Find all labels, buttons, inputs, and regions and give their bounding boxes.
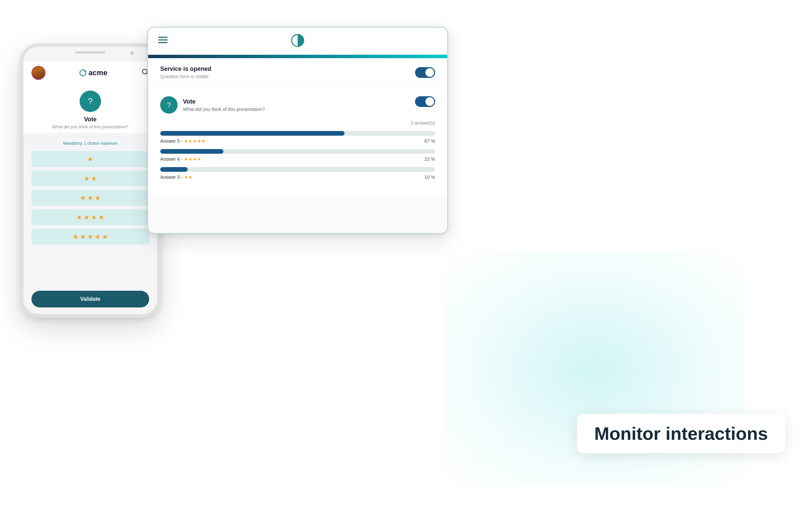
star-3: ★ xyxy=(91,213,97,221)
bar-percent-2: 23 % xyxy=(424,156,435,162)
bar-label-row-2: Answer 4 - ★★★★ 23 % xyxy=(160,156,435,162)
star-4: ★ xyxy=(98,213,104,221)
bar-fill-1 xyxy=(160,131,344,136)
star-row-3[interactable]: ★ ★ ★ xyxy=(31,190,149,206)
star-1: ★ xyxy=(87,155,93,163)
svg-rect-5 xyxy=(158,42,168,43)
service-info: Service is opened Question form is visib… xyxy=(160,66,211,79)
bar-track-2 xyxy=(160,149,435,154)
hamburger-menu-icon[interactable] xyxy=(158,37,168,46)
avatar-image xyxy=(32,67,45,79)
vote-toggle[interactable] xyxy=(415,96,435,107)
vote-icon-circle: ? xyxy=(80,90,101,112)
star-3: ★ xyxy=(95,194,101,202)
star-1: ★ xyxy=(83,175,90,182)
bar-label-row-1: Answer 5 - ★★★★★ 67 % xyxy=(160,138,435,144)
phone-device: acme ? Vote What did you think of this p… xyxy=(20,44,161,317)
star-2: ★ xyxy=(91,175,97,182)
star-row-1[interactable]: ★ xyxy=(31,151,149,167)
bar-fill-2 xyxy=(160,149,223,154)
vote-question-icon: ? xyxy=(88,97,93,106)
svg-rect-4 xyxy=(158,40,168,41)
star-row-4[interactable]: ★ ★ ★ ★ xyxy=(31,209,149,225)
phone-divider xyxy=(23,137,157,137)
phone-vote-title: Vote xyxy=(84,116,97,123)
answer-bar-5stars: Answer 5 - ★★★★★ 67 % xyxy=(160,131,435,144)
tablet-content: Service is opened Question form is visib… xyxy=(148,58,447,233)
bar-answer-label-1: Answer 5 - ★★★★★ xyxy=(160,138,206,144)
phone-content: acme ? Vote What did you think of this p… xyxy=(23,47,157,314)
tablet-gradient-bar xyxy=(148,55,447,58)
answers-count: 3 answer(s) xyxy=(160,120,435,126)
vote-card-left: ? Vote What did you think of this presen… xyxy=(160,96,265,114)
phone-body: acme ? Vote What did you think of this p… xyxy=(20,44,161,317)
star-2: ★ xyxy=(80,233,86,241)
star-1: ★ xyxy=(76,213,82,221)
svg-rect-3 xyxy=(158,37,168,38)
bar-percent-1: 67 % xyxy=(424,138,435,144)
star-1: ★ xyxy=(73,233,79,241)
star-1: ★ xyxy=(80,194,86,202)
tablet-device: Service is opened Question form is visib… xyxy=(147,27,448,234)
star-3: ★ xyxy=(87,233,93,241)
bar-answer-label-2: Answer 4 - ★★★★ xyxy=(160,156,201,162)
phone-mandatory-text: Mandatory, 1 choice maximum xyxy=(23,141,157,146)
bar-fill-3 xyxy=(160,167,188,172)
tablet-logo xyxy=(290,33,305,49)
answer-bar-4stars: Answer 4 - ★★★★ 23 % xyxy=(160,149,435,162)
service-opened-row: Service is opened Question form is visib… xyxy=(148,58,447,87)
vote-card: ? Vote What did you think of this presen… xyxy=(148,87,447,194)
validate-button[interactable]: Validate xyxy=(31,291,149,308)
phone-star-rows: ★ ★ ★ ★ ★ ★ ★ ★ ★ ★ ★ xyxy=(23,151,157,284)
vote-card-icon: ? xyxy=(160,96,178,114)
bar-label-row-3: Answer 3 - ★★ 10 % xyxy=(160,175,435,180)
monitor-interactions-label: Monitor interactions xyxy=(594,423,768,444)
bar-percent-3: 10 % xyxy=(424,175,435,180)
vote-question-mark: ? xyxy=(167,101,171,109)
phone-logo: acme xyxy=(79,69,107,77)
bar-answer-label-3: Answer 3 - ★★ xyxy=(160,175,193,180)
acme-logo-icon xyxy=(79,69,87,77)
service-label: Service is opened xyxy=(160,66,211,73)
vote-card-header: ? Vote What did you think of this presen… xyxy=(160,96,435,114)
phone-notch xyxy=(75,51,105,53)
answer-bar-3stars: Answer 3 - ★★ 10 % xyxy=(160,167,435,180)
service-toggle[interactable] xyxy=(415,67,435,78)
monitor-interactions-box: Monitor interactions xyxy=(577,414,785,453)
star-4: ★ xyxy=(95,233,101,241)
tablet-logo-icon xyxy=(290,33,305,48)
tablet-topbar xyxy=(148,28,447,55)
vote-card-text: Vote What did you think of this presenta… xyxy=(183,98,265,112)
vote-card-title: Vote xyxy=(183,98,265,105)
phone-logo-text: acme xyxy=(89,69,107,77)
star-2: ★ xyxy=(83,213,90,221)
star-5: ★ xyxy=(102,233,108,241)
vote-card-subtitle: What did you think of this presentation? xyxy=(183,107,265,112)
service-sublabel: Question form is visible xyxy=(160,74,211,79)
bar-track-3 xyxy=(160,167,435,172)
star-2: ★ xyxy=(87,194,93,202)
phone-vote-subtitle: What did you think of this presentation? xyxy=(52,124,128,129)
star-row-5[interactable]: ★ ★ ★ ★ ★ xyxy=(31,229,149,244)
phone-header: acme xyxy=(23,62,157,84)
star-row-2[interactable]: ★ ★ xyxy=(31,171,149,186)
phone-vote-area: ? Vote What did you think of this presen… xyxy=(23,84,157,133)
tablet-body: Service is opened Question form is visib… xyxy=(147,27,448,234)
phone-camera xyxy=(130,51,134,55)
avatar xyxy=(31,66,46,80)
bar-track-1 xyxy=(160,131,435,136)
